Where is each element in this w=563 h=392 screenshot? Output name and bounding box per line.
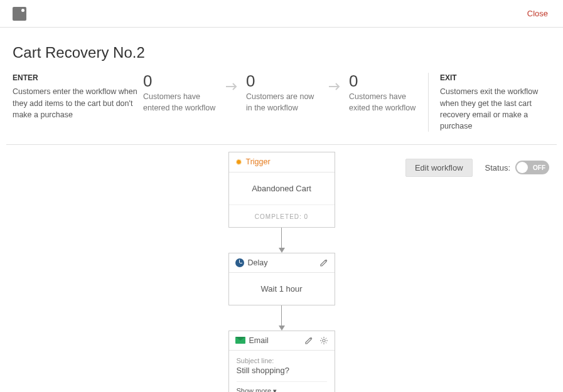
trigger-completed: COMPLETED: 0 <box>255 213 308 220</box>
exit-label: EXIT <box>440 73 554 83</box>
toggle-text: OFF <box>533 164 545 171</box>
close-link[interactable]: Close <box>527 9 548 18</box>
gear-icon[interactable] <box>319 336 328 345</box>
trigger-head: Trigger <box>246 157 271 166</box>
arrow-right-icon <box>225 82 239 92</box>
status-wrap: Status: OFF <box>485 161 549 174</box>
stat-entered: 0 Customers have entered the workflow <box>143 73 217 114</box>
stat-exited-desc: Customers have exited the workflow <box>349 92 423 114</box>
arrow-right-icon <box>328 82 341 92</box>
email-card: Email Subject line: Still shopping? Show… <box>228 331 335 392</box>
edit-icon[interactable] <box>319 258 328 267</box>
status-label: Status: <box>485 163 510 172</box>
email-head: Email <box>249 336 269 345</box>
svg-point-0 <box>322 339 324 342</box>
exit-text: Customers exit the workflow when they ge… <box>440 87 538 130</box>
edit-workflow-button[interactable]: Edit workflow <box>405 159 473 177</box>
app-logo-icon <box>13 7 26 21</box>
trigger-card: ✹ Trigger Abandoned Cart COMPLETED: 0 <box>228 152 335 228</box>
enter-block: ENTER Customers enter the workflow when … <box>13 73 138 120</box>
enter-text: Customers enter the workflow when they a… <box>13 87 137 119</box>
workflow-flow: ✹ Trigger Abandoned Cart COMPLETED: 0 De… <box>0 152 563 392</box>
stat-now-desc: Customers are now in the workflow <box>246 92 320 114</box>
divider <box>237 381 327 382</box>
stat-exited-value: 0 <box>349 73 423 89</box>
email-subject-value: Still shopping? <box>237 366 327 375</box>
status-toggle[interactable]: OFF <box>515 161 549 174</box>
toggle-knob-icon <box>517 162 528 173</box>
stats-middle: 0 Customers have entered the workflow 0 … <box>138 73 428 114</box>
delay-card: Delay Wait 1 hour <box>228 253 335 305</box>
mail-icon <box>235 337 245 344</box>
enter-label: ENTER <box>13 73 138 83</box>
email-subject-label: Subject line: <box>237 357 327 364</box>
edit-icon[interactable] <box>304 336 313 345</box>
delay-head: Delay <box>248 258 268 267</box>
flow-arrow-icon <box>279 305 285 331</box>
stat-now: 0 Customers are now in the workflow <box>246 73 320 114</box>
stat-entered-desc: Customers have entered the workflow <box>143 92 217 114</box>
delay-body: Wait 1 hour <box>229 273 335 305</box>
stat-now-value: 0 <box>246 73 320 89</box>
stats-row: ENTER Customers enter the workflow when … <box>13 73 550 132</box>
trigger-body: Abandoned Cart <box>229 172 335 204</box>
exit-block: EXIT Customers exit the workflow when th… <box>428 73 554 132</box>
page-title: Cart Recovery No.2 <box>13 44 550 61</box>
clock-icon <box>235 258 244 267</box>
stat-exited: 0 Customers have exited the workflow <box>349 73 423 114</box>
header-section: Cart Recovery No.2 ENTER Customers enter… <box>6 28 557 145</box>
stat-entered-value: 0 <box>143 73 217 89</box>
burst-icon: ✹ <box>235 157 242 167</box>
flow-arrow-icon <box>279 228 285 253</box>
topbar: Close <box>0 0 563 28</box>
show-more-link[interactable]: Show more ▾ <box>237 387 277 392</box>
